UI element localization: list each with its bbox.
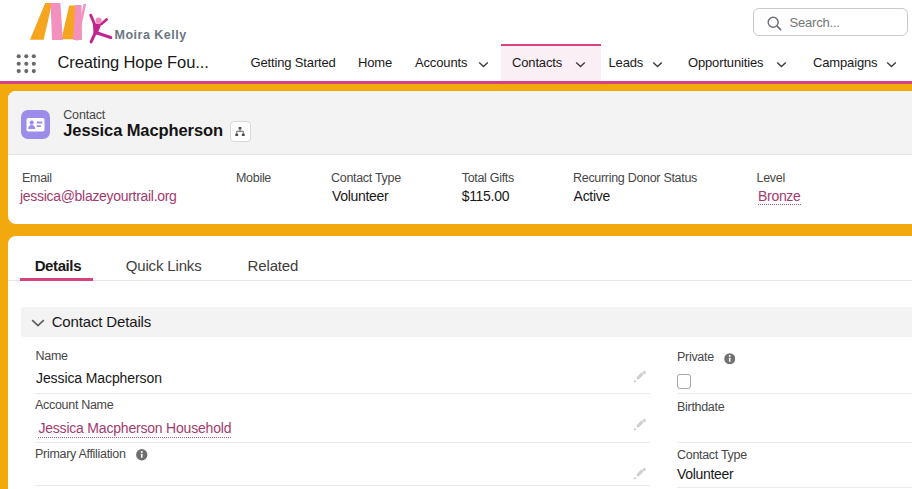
svg-text:Moira Kelly: Moira Kelly [115,28,187,42]
